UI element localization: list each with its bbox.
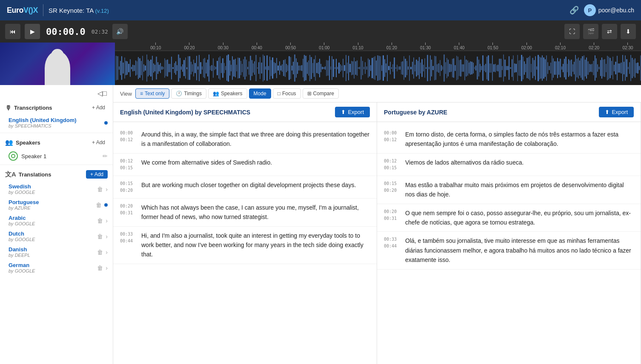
header-divider	[43, 4, 43, 16]
add-speaker-button[interactable]: + Add	[89, 138, 108, 147]
speaker-item: Speaker 1 ✏	[0, 149, 113, 163]
ruler-mark: 01:30	[420, 43, 431, 50]
transcript-entry[interactable]: 00:3300:44 Hi, and I'm also a journalist…	[113, 227, 377, 264]
entry-time: 00:1200:15	[120, 158, 137, 171]
clock-icon: 🕐	[176, 91, 182, 97]
transcriptions-icon: 🎙	[5, 104, 11, 111]
panels-area: View ≡ Text only 🕐 Timings 👥 Speakers Mo…	[113, 85, 641, 364]
translation-name: Portuguese	[9, 199, 96, 205]
left-export-button[interactable]: ⬆ Export	[335, 107, 370, 117]
timings-button[interactable]: 🕐 Timings	[171, 88, 206, 99]
waveform-ruler: 00:1000:2000:3000:4000:5001:0001:1001:20…	[115, 43, 641, 51]
expand-translation-button[interactable]: ›	[106, 217, 108, 224]
speakers-button[interactable]: 👥 Speakers	[208, 88, 247, 99]
entry-time: 00:1200:15	[384, 158, 401, 171]
translation-name: Dutch	[9, 230, 97, 237]
panels-row: English (United Kingdom) by SPEECHMATICS…	[113, 102, 641, 364]
ruler-mark: 00:40	[252, 43, 262, 50]
speakers-section-header: 👥 Speakers + Add	[0, 135, 113, 149]
transcript-entry[interactable]: 00:0000:12 Around this, in a way, the si…	[113, 125, 377, 154]
delete-translation-button[interactable]: 🗑	[97, 249, 103, 256]
transcript-entry[interactable]: 00:2000:31 O que nem sempre foi o caso, …	[377, 204, 641, 232]
list-icon: ≡	[140, 91, 143, 97]
logo: EuroV()X	[7, 6, 38, 15]
video-thumbnail	[0, 43, 115, 85]
ruler-mark: 01:50	[487, 43, 498, 50]
collapse-sidebar-button[interactable]: ◁□	[96, 88, 109, 98]
waveform-track[interactable]: 00:1000:2000:3000:4000:5001:0001:1001:20…	[115, 43, 641, 85]
sidebar-scroll: 🎙 Transcriptions + Add English (United K…	[0, 100, 113, 364]
translation-name: German	[9, 262, 97, 268]
volume-button[interactable]: 🔊	[112, 24, 128, 39]
translation-provider: by GOOGLE	[9, 237, 97, 242]
ruler-mark: 01:20	[386, 43, 397, 50]
download-button[interactable]: ⬇	[621, 24, 636, 39]
ruler-mark: 01:10	[353, 43, 363, 50]
transcript-entry[interactable]: 00:1500:20 Mas estão a trabalhar muito m…	[377, 176, 641, 204]
text-only-button[interactable]: ≡ Text only	[135, 88, 169, 99]
transcript-entry[interactable]: 00:1200:15 We come from alternative side…	[113, 154, 377, 176]
translation-item: Danish by DEEPL 🗑 ›	[0, 244, 113, 260]
expand-translation-button[interactable]: ›	[106, 249, 108, 256]
avatar: P	[584, 4, 596, 16]
translation-name: Swedish	[9, 183, 97, 190]
translation-actions: 🗑 ›	[97, 233, 108, 240]
fullscreen-button[interactable]: ⛶	[564, 24, 580, 39]
video-button[interactable]: 🎬	[583, 24, 598, 39]
ruler-mark: 02:30	[622, 43, 633, 50]
sync-button[interactable]: ⇄	[602, 24, 617, 39]
ruler-mark: 01:40	[454, 43, 464, 50]
add-transcription-button[interactable]: + Add	[89, 103, 108, 112]
delete-translation-button[interactable]: 🗑	[97, 186, 103, 193]
translation-provider: by AZURE	[9, 205, 96, 210]
translation-name: Danish	[9, 246, 97, 253]
entry-text: O que nem sempre foi o caso, posso asseg…	[405, 208, 634, 228]
transcription-item[interactable]: English (United Kingdom) by SPEECHMATICS	[0, 114, 113, 131]
delete-translation-button[interactable]: 🗑	[96, 202, 102, 208]
transcript-entry[interactable]: 00:3300:44 Olá, e também sou jornalista,…	[377, 232, 641, 269]
focus-button[interactable]: □ Focus	[273, 88, 301, 99]
ruler-mark: 00:30	[218, 43, 229, 50]
transcript-entry[interactable]: 00:1500:20 But are working much closer t…	[113, 176, 377, 199]
export-icon-right: ⬆	[605, 109, 610, 115]
add-translation-button[interactable]: + Add	[86, 170, 108, 179]
user-info: P poor@ebu.ch	[584, 4, 634, 16]
compare-button[interactable]: ⊞ Compare	[303, 88, 339, 99]
sidebar: ◁□ 🎙 Transcriptions + Add English (Unite…	[0, 85, 113, 364]
main-content: ◁□ 🎙 Transcriptions + Add English (Unite…	[0, 85, 641, 364]
right-export-button[interactable]: ⬆ Export	[599, 107, 634, 117]
expand-translation-button[interactable]: ›	[106, 264, 108, 271]
speaker-name: Speaker 1	[21, 153, 103, 159]
edit-speaker-button[interactable]: ✏	[103, 153, 108, 159]
translations-label: 文A Translations	[5, 171, 51, 179]
link-icon[interactable]: 🔗	[569, 6, 579, 15]
speakers-icon: 👥	[5, 139, 13, 146]
sidebar-collapse: ◁□	[0, 85, 113, 100]
transcript-entry[interactable]: 00:2000:31 Which has not always been the…	[113, 199, 377, 227]
play-button[interactable]: ▶	[25, 24, 40, 39]
mode-button[interactable]: Mode	[249, 88, 271, 99]
app-header: EuroV()X SR Keynote: TA (v.12) 🔗 P poor@…	[0, 0, 641, 20]
entry-text: But are working much closer together on …	[141, 180, 370, 194]
entry-text: Which has not always been the case, I ca…	[141, 203, 370, 222]
expand-translation-button[interactable]: ›	[106, 186, 108, 193]
right-panel-header: Portuguese by AZURE ⬆ Export	[377, 102, 641, 122]
entry-time: 00:0000:12	[384, 130, 401, 149]
translation-name: Arabic	[9, 215, 97, 221]
delete-translation-button[interactable]: 🗑	[97, 264, 103, 271]
translation-provider: by GOOGLE	[9, 268, 97, 273]
transcript-entry[interactable]: 00:0000:12 Em torno disto, de certa form…	[377, 125, 641, 154]
expand-translation-button[interactable]: ›	[106, 233, 108, 240]
transcript-entry[interactable]: 00:1200:15 Viemos de lados alternativos …	[377, 154, 641, 176]
delete-translation-button[interactable]: 🗑	[97, 233, 103, 240]
view-label: View	[120, 91, 132, 97]
skip-back-button[interactable]: ⏮	[5, 24, 20, 39]
left-panel-header: English (United Kingdom) by SPEECHMATICS…	[113, 102, 377, 122]
waveform-visual[interactable]	[115, 51, 641, 85]
translation-actions: 🗑 ›	[97, 249, 108, 256]
left-panel-content: 00:0000:12 Around this, in a way, the si…	[113, 122, 377, 364]
entry-text: Mas estão a trabalhar muito mais próximo…	[405, 180, 634, 199]
export-icon-left: ⬆	[341, 109, 346, 115]
delete-translation-button[interactable]: 🗑	[97, 217, 103, 224]
translation-actions: 🗑 ›	[97, 186, 108, 193]
